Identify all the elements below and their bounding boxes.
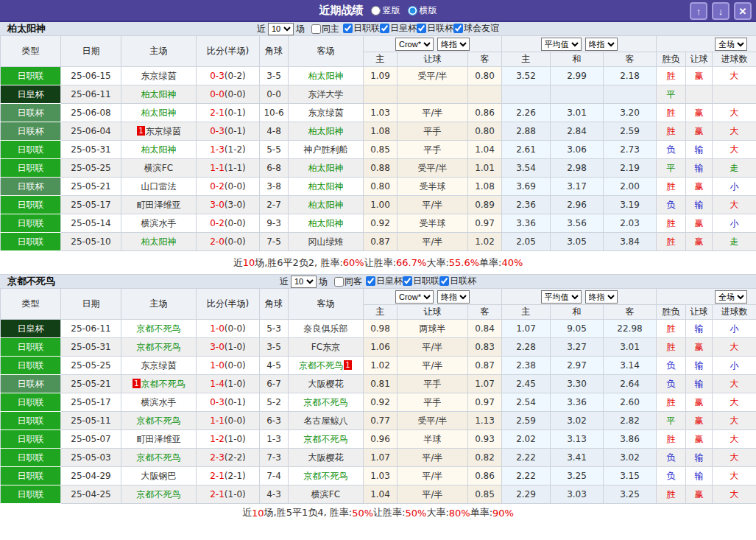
match-count-select[interactable]: 10	[291, 276, 317, 288]
league-filter[interactable]: 日职联	[343, 22, 380, 35]
handicap-result-cell: 输	[686, 375, 713, 393]
fulltime-select[interactable]: 全场	[715, 38, 747, 51]
col-handicap-result: 让球	[686, 52, 713, 67]
handicap-odds-cell: 受平/半	[398, 412, 468, 430]
europe-odds-cell: 3.14	[604, 357, 657, 375]
same-venue-filter[interactable]: 同主	[311, 23, 339, 35]
match-count-select[interactable]: 10	[268, 23, 294, 35]
league-filters: 日职联日皇杯日联杯球会友谊	[343, 22, 499, 35]
odds-provider-select[interactable]: Crow*	[395, 290, 434, 304]
result-cell: 胜	[657, 393, 686, 412]
goals-result-cell: 小	[713, 214, 756, 233]
handicap-odds-cell: 1.02	[364, 357, 398, 375]
same-venue-checkbox[interactable]	[334, 277, 344, 287]
layout-horizontal-option[interactable]: 横版	[408, 4, 437, 17]
match-row: 日职联25-05-07町田泽维亚1-2(1-0)1-3京都不死鸟0.96半球0.…	[1, 430, 756, 449]
league-checkbox[interactable]	[403, 276, 412, 286]
date-cell: 25-05-14	[61, 214, 121, 233]
score-cell: 1-0(0-0)	[197, 357, 260, 375]
vertical-radio[interactable]	[371, 6, 381, 15]
handicap-odds-cell: 平/半	[398, 485, 468, 504]
europe-odds-cell: 22.98	[604, 320, 657, 338]
handicap-odds-group: Crow* 终指	[364, 289, 502, 305]
league-checkbox[interactable]	[343, 24, 353, 33]
corner-cell: 4-8	[260, 122, 289, 141]
league-checkbox[interactable]	[417, 24, 426, 33]
league-checkbox[interactable]	[366, 276, 375, 286]
team-header-row: 京都不死鸟 近 10 场 同客 日皇杯日职联日联杯	[0, 275, 756, 288]
result-cell: 胜	[657, 67, 686, 85]
date-cell: 25-05-21	[61, 375, 121, 393]
col-avg-home: 主	[502, 305, 551, 320]
avg-stage-select[interactable]: 终指	[585, 38, 618, 51]
fulltime-score: 1-2	[210, 434, 225, 444]
close-button[interactable]: ✕	[734, 2, 752, 20]
avg-stage-select[interactable]: 终指	[585, 290, 618, 304]
handicap-result-cell: 输	[686, 159, 713, 178]
handicap-odds-cell: 0.86	[468, 104, 502, 122]
col-odds-away: 客	[468, 52, 502, 67]
handicap-odds-cell: 1.04	[364, 485, 398, 504]
avg-provider-select[interactable]: 平均值	[541, 38, 582, 51]
league-filter[interactable]: 日联杯	[417, 22, 453, 35]
corner-cell: 6-3	[260, 412, 289, 430]
col-odds-home: 主	[364, 305, 398, 320]
league-type-cell: 日联杯	[1, 122, 61, 141]
team-name-text: 冈山绿雉	[308, 236, 344, 247]
scroll-down-button[interactable]: ↓	[712, 2, 729, 20]
handicap-odds-cell: 0.80	[468, 67, 502, 85]
league-type-cell: 日职联	[1, 467, 61, 485]
summary-text: 90%	[492, 508, 514, 519]
close-icon: ✕	[739, 6, 747, 17]
away-team-cell: 柏太阳神	[289, 159, 364, 178]
away-team-cell: 横滨FC	[289, 485, 364, 504]
col-date: 日期	[61, 36, 121, 67]
handicap-result-cell: 赢	[686, 178, 713, 196]
scroll-up-button[interactable]: ↑	[690, 2, 707, 20]
result-cell: 平	[657, 412, 686, 430]
same-venue-checkbox[interactable]	[311, 24, 321, 34]
league-label: 球会友谊	[464, 22, 499, 35]
league-filter[interactable]: 日皇杯	[380, 22, 417, 35]
league-checkbox[interactable]	[380, 24, 389, 33]
league-label: 日联杯	[450, 275, 476, 287]
handicap-result-cell: 赢	[686, 393, 713, 412]
europe-odds-cell: 3.05	[551, 233, 604, 251]
avg-provider-select[interactable]: 平均值	[541, 290, 582, 304]
match-row: 日职联25-05-25东京绿茵1-0(0-0)4-5京都不死鸟11.02平/半0…	[1, 357, 756, 375]
red-card-badge: 1	[344, 360, 351, 370]
title-center: 近期战绩 竖版 横版	[0, 0, 756, 21]
team-name-text: 柏太阳神	[308, 163, 344, 173]
result-cell: 胜	[657, 485, 686, 504]
fulltime-score: 0-3	[210, 397, 225, 407]
league-filter[interactable]: 日皇杯	[366, 275, 403, 287]
league-filter[interactable]: 日职联	[403, 275, 439, 287]
goals-result-cell: 小	[713, 178, 756, 196]
fulltime-select[interactable]: 全场	[715, 290, 747, 304]
col-away: 客场	[289, 289, 364, 320]
odds-stage-select[interactable]: 终指	[437, 38, 470, 51]
league-type-cell: 日职联	[1, 393, 61, 412]
summary-text: 10	[243, 257, 255, 268]
col-date: 日期	[61, 289, 121, 320]
titlebar: 近期战绩 竖版 横版 ↑ ↓ ✕	[0, 0, 756, 22]
odds-provider-select[interactable]: Crow*	[395, 38, 434, 51]
league-filter[interactable]: 球会友谊	[453, 22, 499, 35]
handicap-odds-cell: 受平/半	[398, 67, 468, 85]
score-cell: 1-0(0-0)	[197, 320, 260, 338]
odds-stage-select[interactable]: 终指	[437, 290, 470, 304]
away-team-cell: 大阪樱花	[289, 449, 364, 467]
league-checkbox[interactable]	[439, 276, 449, 286]
same-venue-filter[interactable]: 同客	[334, 276, 362, 288]
europe-odds-cell: 2.54	[502, 393, 551, 412]
handicap-result-cell: 输	[686, 449, 713, 467]
corner-cell: 4-3	[260, 485, 289, 504]
layout-vertical-option[interactable]: 竖版	[371, 4, 400, 17]
league-filter[interactable]: 日联杯	[439, 275, 476, 287]
away-team-cell: 冈山绿雉	[289, 233, 364, 251]
col-avg-draw: 和	[551, 52, 604, 67]
league-checkbox[interactable]	[453, 24, 463, 33]
horizontal-radio[interactable]	[408, 6, 417, 15]
home-team-cell: 山口雷法	[121, 178, 197, 196]
fulltime-score: 3-0	[210, 342, 225, 352]
